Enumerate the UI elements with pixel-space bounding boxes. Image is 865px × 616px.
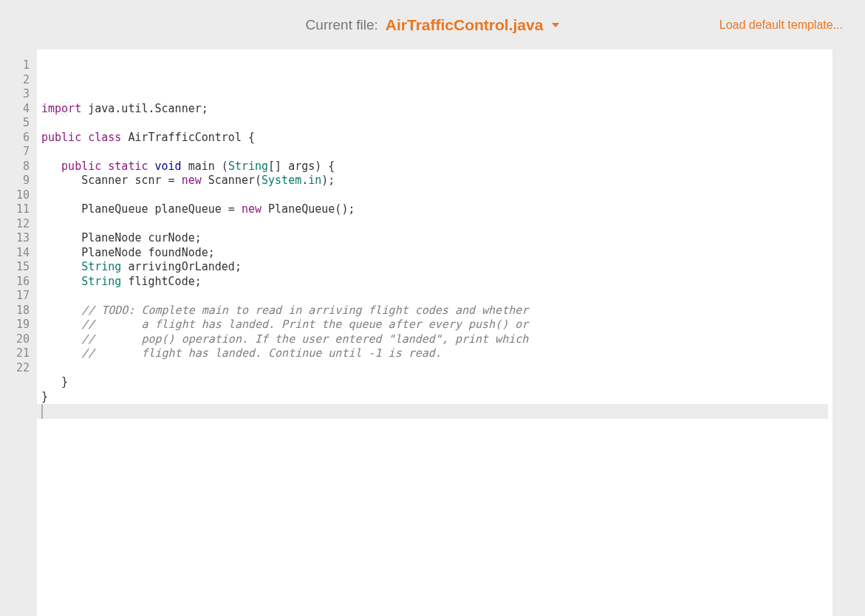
code-line[interactable]: // TODO: Complete main to read in arrivi… xyxy=(41,304,832,318)
code-line[interactable] xyxy=(41,188,832,203)
code-line[interactable]: PlaneQueue planeQueue = new PlaneQueue()… xyxy=(41,202,832,217)
header: Current file: AirTrafficControl.java Loa… xyxy=(0,0,865,49)
line-number: 13 xyxy=(0,231,37,246)
line-number-gutter: 12345678910111213141516171819202122 xyxy=(0,49,37,616)
line-number: 11 xyxy=(0,202,37,217)
line-number: 9 xyxy=(0,174,37,188)
line-number: 2 xyxy=(0,73,37,88)
indent-guide xyxy=(61,102,68,115)
line-number: 7 xyxy=(0,145,37,160)
code-area[interactable]: import java.util.Scanner; public class A… xyxy=(37,49,832,616)
line-number: 17 xyxy=(0,289,37,304)
line-number: 21 xyxy=(0,346,37,361)
caret-down-icon xyxy=(552,23,559,27)
code-line[interactable]: PlaneNode foundNode; xyxy=(41,246,832,261)
line-number: 6 xyxy=(0,131,37,146)
code-line[interactable]: public static void main (String[] args) … xyxy=(41,160,832,174)
code-line[interactable] xyxy=(41,361,832,376)
line-number: 14 xyxy=(0,246,37,261)
line-number: 22 xyxy=(0,361,37,376)
code-line[interactable]: // flight has landed. Continue until -1 … xyxy=(41,346,832,361)
line-number: 20 xyxy=(0,332,37,347)
code-line[interactable]: Scanner scnr = new Scanner(System.in); xyxy=(41,174,832,188)
line-number: 19 xyxy=(0,318,37,332)
line-number: 3 xyxy=(0,87,37,102)
code-line[interactable]: // a flight has landed. Print the queue … xyxy=(41,318,832,332)
line-number: 18 xyxy=(0,304,37,318)
code-line[interactable]: String flightCode; xyxy=(41,275,832,290)
code-line[interactable]: import java.util.Scanner; xyxy=(41,102,832,117)
file-dropdown[interactable]: AirTrafficControl.java xyxy=(386,16,560,34)
code-line[interactable] xyxy=(41,116,832,131)
text-cursor xyxy=(41,404,43,419)
line-number: 8 xyxy=(0,160,37,174)
code-line[interactable]: String arrivingOrLanded; xyxy=(41,260,832,275)
line-number: 12 xyxy=(0,217,37,232)
line-number: 16 xyxy=(0,275,37,290)
code-line[interactable]: public class AirTrafficControl { xyxy=(41,131,832,146)
code-line[interactable] xyxy=(37,404,828,419)
code-line[interactable]: } xyxy=(41,375,832,390)
current-file-label: Current file: xyxy=(306,17,378,33)
line-number: 4 xyxy=(0,102,37,117)
line-number: 5 xyxy=(0,116,37,131)
line-number: 15 xyxy=(0,260,37,275)
load-default-link[interactable]: Load default template... xyxy=(719,18,843,32)
file-name: AirTrafficControl.java xyxy=(386,16,544,34)
code-line[interactable]: // pop() operation. If the user entered … xyxy=(41,332,832,347)
code-line[interactable]: PlaneNode curNode; xyxy=(41,231,832,246)
code-editor[interactable]: 12345678910111213141516171819202122 impo… xyxy=(0,49,832,616)
code-line[interactable] xyxy=(41,217,832,232)
line-number: 10 xyxy=(0,188,37,203)
code-line[interactable] xyxy=(41,289,832,304)
code-line[interactable] xyxy=(41,145,832,160)
line-number: 1 xyxy=(0,58,37,73)
code-line[interactable]: } xyxy=(41,390,832,405)
